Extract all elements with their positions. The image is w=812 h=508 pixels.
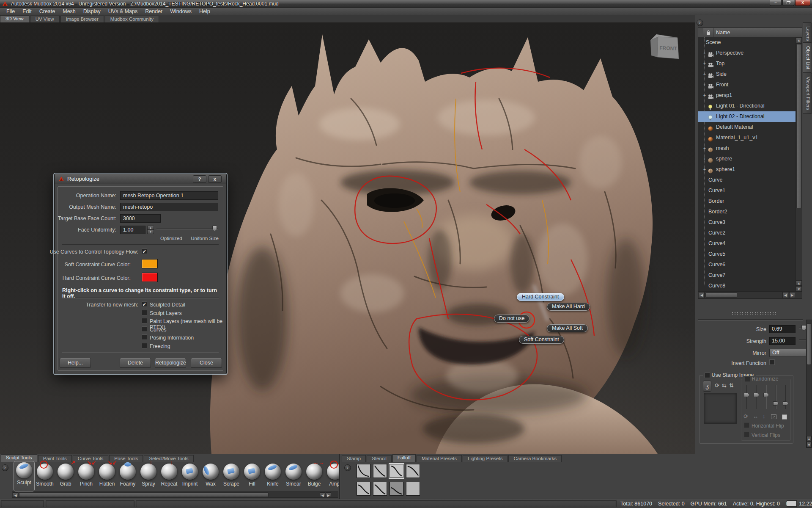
tree-item-default-material[interactable]: Default Material — [698, 122, 802, 133]
dialog-button-retopologize[interactable]: Retopologize — [155, 358, 186, 368]
tree-item-curve[interactable]: Curve — [698, 175, 802, 185]
tool-wax[interactable]: Wax — [200, 463, 221, 487]
tree-item-scene[interactable]: -Scene — [698, 37, 802, 48]
tree-item-curve8[interactable]: Curve8 — [698, 281, 802, 291]
tab-mudbox-community[interactable]: Mudbox Community — [105, 16, 159, 22]
dialog-button-help[interactable]: Help... — [60, 358, 91, 368]
tree-expander-icon[interactable]: + — [702, 164, 707, 175]
dialog-help-button[interactable]: ? — [193, 175, 206, 183]
menu-item-help[interactable]: Help — [195, 8, 214, 15]
tree-vscroll-thumb[interactable] — [796, 44, 801, 208]
use-curves-checkbox[interactable]: ✓ — [142, 248, 147, 254]
tree-hscroll-thumb[interactable] — [705, 293, 737, 298]
tool-repeat[interactable]: ↑Repeat — [159, 463, 180, 487]
menu-item-edit[interactable]: Edit — [19, 8, 36, 15]
mirror-dropdown[interactable]: Off ▼ — [769, 349, 812, 357]
use-stamp-image-checkbox[interactable] — [705, 373, 710, 378]
tab-uv-view[interactable]: UV View — [30, 16, 60, 22]
tree-item-curve4[interactable]: Curve4 — [698, 238, 802, 249]
randomize-slider[interactable] — [744, 385, 750, 409]
tool-smear[interactable]: Smear — [283, 463, 304, 487]
dialog-button-delete[interactable]: Delete — [120, 358, 151, 368]
falloff-preset-s2[interactable] — [373, 482, 387, 496]
falloff-preset-concave[interactable] — [373, 464, 387, 478]
tree-item-front[interactable]: +Front — [698, 80, 802, 90]
tools-scrollbar[interactable]: ◀ ◀ ▶ — [12, 491, 338, 498]
size-slider-thumb[interactable] — [801, 325, 806, 331]
scroll-up-icon[interactable]: ▲ — [796, 280, 802, 286]
menu-item-file[interactable]: File — [3, 8, 19, 15]
tab-lighting-presets[interactable]: Lighting Presets — [463, 455, 508, 462]
dialog-close-button[interactable]: x — [208, 175, 222, 183]
hard-constraint-color-swatch[interactable] — [142, 273, 158, 282]
dialog-title-bar[interactable]: Retopologize ? x — [55, 174, 226, 184]
scroll-up-icon[interactable]: ▲ — [796, 37, 802, 44]
properties-scroll-thumb[interactable] — [807, 323, 811, 365]
tree-expander-icon[interactable]: + — [702, 154, 707, 164]
tree-item-perspective[interactable]: +Perspective — [698, 48, 802, 58]
tool-flatten[interactable]: ↘↙Flatten — [96, 463, 118, 487]
soft-constraint-color-swatch[interactable] — [142, 259, 158, 268]
tool-ampl[interactable]: Ampl — [324, 463, 339, 487]
randomize-checkbox[interactable] — [745, 376, 750, 382]
marking-menu-hard-constraint[interactable]: Hard Constraint — [517, 293, 564, 301]
tree-item-curve1[interactable]: Curve1 — [698, 185, 802, 196]
tree-horizontal-scrollbar[interactable]: ◀ ◀ ▶ — [698, 291, 802, 298]
marking-menu-make-all-soft[interactable]: Make All Soft — [547, 324, 588, 332]
face-uniformity-slider[interactable] — [156, 226, 218, 232]
tree-item-sphere[interactable]: +sphere — [698, 154, 802, 164]
menu-item-display[interactable]: Display — [80, 8, 104, 15]
tool-fill[interactable]: Fill — [241, 463, 263, 487]
marking-menu-make-all-hard[interactable]: Make All Hard — [547, 303, 590, 311]
tree-expander-icon[interactable]: + — [702, 58, 707, 69]
randomize-slider[interactable] — [783, 385, 789, 409]
falloff-preset-smooth[interactable] — [390, 464, 403, 478]
transfer-checkbox-sculpted-detail[interactable]: ✓ — [142, 301, 147, 307]
tree-item-curve5[interactable]: Curve5 — [698, 249, 802, 260]
scroll-right-icon[interactable]: ▶ — [789, 292, 795, 298]
side-tab-layers[interactable]: Layers — [803, 22, 812, 45]
tab-camera-bookmarks[interactable]: Camera Bookmarks — [508, 455, 562, 462]
menu-item-mesh[interactable]: Mesh — [59, 8, 80, 15]
object-list-header[interactable]: Name — [698, 28, 802, 37]
splitter-grip[interactable] — [731, 312, 778, 315]
tree-expander-icon[interactable]: + — [702, 90, 707, 101]
falloff-preset-plateau[interactable] — [357, 482, 370, 496]
randomize-slider[interactable] — [773, 385, 779, 409]
tool-spray[interactable]: ↑Spray — [138, 463, 159, 487]
transfer-checkbox-sculpt-layers[interactable] — [142, 310, 147, 315]
minimize-button[interactable]: – — [770, 0, 782, 6]
tool-scrape[interactable]: Scrape — [221, 463, 242, 487]
tree-expander-icon[interactable]: + — [702, 48, 707, 58]
tab-stencil[interactable]: Stencil — [367, 455, 392, 462]
scroll-left-icon[interactable]: ◀ — [699, 292, 705, 298]
panel-collapse-chevron-icon[interactable]: › — [697, 19, 703, 26]
tree-expander-icon[interactable]: - — [701, 37, 705, 48]
tree-expander-icon[interactable]: + — [702, 80, 707, 90]
close-button[interactable]: x — [795, 0, 810, 6]
tree-vertical-scrollbar[interactable]: ▲ ▲ ▼ — [796, 37, 802, 292]
arrow-horizontal-icon[interactable]: ↔ — [753, 413, 758, 420]
vertical-flip-checkbox[interactable] — [744, 432, 749, 437]
tree-item-sphere1[interactable]: +sphere1 — [698, 164, 802, 175]
tree-item-curve7[interactable]: Curve7 — [698, 270, 802, 281]
properties-scrollbar[interactable]: ▲ ▼ — [806, 320, 812, 448]
menu-item-create[interactable]: Create — [36, 8, 59, 15]
face-uniformity-input[interactable] — [120, 226, 145, 234]
tree-item-curve2[interactable]: Curve2 — [698, 228, 802, 238]
face-uniformity-spinner[interactable]: ▲▼ — [147, 226, 154, 234]
rotate-icon[interactable]: ⟳ — [715, 382, 719, 389]
side-tab-object-list[interactable]: Object List — [803, 42, 812, 73]
scroll-right-icon[interactable]: ▶ — [326, 492, 331, 497]
scroll-left-icon[interactable]: ◀ — [782, 292, 788, 298]
tree-item-persp1[interactable]: +persp1 — [698, 90, 802, 101]
color-square-icon[interactable] — [782, 414, 787, 420]
menu-item-uvs-maps[interactable]: UVs & Maps — [104, 8, 141, 15]
tree-item-material-1-u1-v1[interactable]: Material_1_u1_v1 — [698, 133, 802, 143]
side-tab-viewport-filters[interactable]: Viewport Filters — [803, 73, 812, 114]
tab-3d-view[interactable]: 3D View — [0, 15, 29, 22]
size-value[interactable]: 0.69 — [769, 325, 796, 333]
tab-image-browser[interactable]: Image Browser — [60, 16, 104, 22]
tool-grab[interactable]: ↗Grab — [55, 463, 76, 487]
maximize-button[interactable] — [782, 0, 794, 6]
